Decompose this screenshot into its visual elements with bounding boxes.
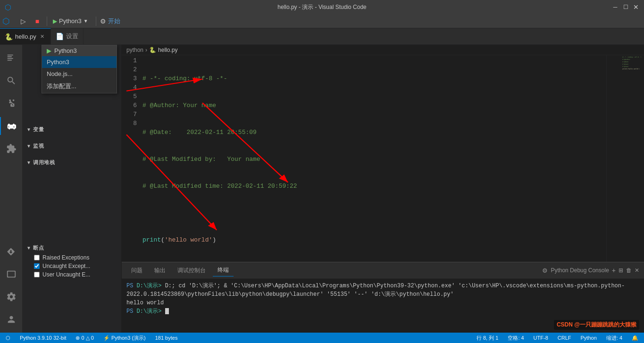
- status-right: 行 8, 列 1 空格: 4 UTF-8 CRLF Python 缩进: 4 🔔: [475, 335, 640, 342]
- status-indent[interactable]: 缩进: 4: [604, 335, 624, 342]
- code-line-7: print('hello world'): [141, 235, 606, 244]
- breadcrumb: python › 🐍hello.py: [122, 45, 644, 55]
- run-icon: ▶: [47, 47, 51, 54]
- window-title: hello.py - 演示 - Visual Studio Code: [277, 3, 367, 11]
- debug-config-python3[interactable]: Python3: [42, 56, 117, 68]
- debug-config-selector[interactable]: ▶ Python3 ▼: [49, 17, 92, 25]
- activity-bottom-group: [0, 240, 23, 331]
- start-label: 开始: [108, 17, 120, 25]
- terminal-tab-problems[interactable]: 问题: [126, 265, 147, 276]
- activity-search[interactable]: [0, 69, 23, 92]
- line-numbers: 1 2 3 4 5 6 7 8: [122, 55, 141, 262]
- status-remote[interactable]: ⬡: [4, 335, 12, 341]
- debug-config-add[interactable]: 添加配置...: [42, 80, 117, 93]
- watch-label: 监视: [33, 142, 44, 150]
- status-python-version[interactable]: Python 3.9.10 32-bit: [18, 335, 68, 341]
- terminal-content[interactable]: PS D:\演示> D:; cd 'D:\演示'; & 'C:\Users\HP…: [122, 279, 644, 333]
- tab-hello-py[interactable]: 🐍 hello.py ✕: [0, 28, 51, 44]
- breakpoint-user-uncaught: User Uncaught E...: [23, 270, 121, 279]
- terminal-tabs: 问题 输出 调试控制台 终端 ⚙ Python Debug Console + …: [122, 262, 644, 279]
- minimap-content: # -*- coding: utf-8 -*- # @Author # @Dat…: [622, 56, 642, 70]
- terminal-close-button[interactable]: ✕: [635, 267, 639, 274]
- minimap: # -*- coding: utf-8 -*- # @Author # @Dat…: [606, 55, 644, 262]
- terminal-tab-right: ⚙ Python Debug Console + ⊞ 🗑 ✕: [542, 267, 639, 274]
- status-left: ⬡ Python 3.9.10 32-bit ⊗ 0 △ 0 ⚡ Python3…: [4, 335, 179, 342]
- terminal-tab-output[interactable]: 输出: [150, 265, 170, 276]
- terminal-console-label: Python Debug Console: [551, 267, 609, 274]
- chevron-breakpoints-icon: ▼: [26, 245, 31, 251]
- status-notifications[interactable]: 🔔: [630, 335, 640, 341]
- separator2: [96, 17, 96, 26]
- debug-config-dropdown[interactable]: ▶ Python3 Python3 Node.js... 添加配置...: [42, 45, 117, 93]
- minimize-button[interactable]: ─: [612, 4, 619, 10]
- status-debug-config[interactable]: ⚡ Python3 (演示): [101, 335, 148, 342]
- status-eol[interactable]: CRLF: [556, 335, 573, 341]
- terminal-tab-terminal[interactable]: 终端: [213, 264, 234, 276]
- activity-remote[interactable]: [0, 263, 23, 285]
- debug-config-nodejs[interactable]: Node.js...: [42, 68, 117, 80]
- breadcrumb-python[interactable]: python: [126, 47, 143, 53]
- code-line-2: # @Author: Your name: [141, 101, 606, 110]
- activity-extensions[interactable]: [0, 137, 23, 160]
- activity-account[interactable]: [0, 308, 23, 331]
- uncaught-exceptions-checkbox[interactable]: [34, 263, 40, 269]
- breakpoints-header[interactable]: ▼ 断点: [23, 243, 121, 253]
- code-editor[interactable]: 1 2 3 4 5 6 7 8 # -*- coding: utf-8 -*- …: [122, 55, 644, 262]
- watch-header[interactable]: ▼ 监视: [23, 141, 121, 151]
- breadcrumb-file[interactable]: 🐍hello.py: [149, 47, 177, 53]
- terminal-split-button[interactable]: ⊞: [619, 267, 623, 274]
- debug-continue-button[interactable]: ▷: [17, 15, 30, 28]
- activity-source-control[interactable]: [0, 92, 23, 115]
- terminal-panel: 问题 输出 调试控制台 终端 ⚙ Python Debug Console + …: [122, 262, 644, 333]
- activity-run-debug[interactable]: [0, 115, 23, 137]
- status-language[interactable]: Python: [579, 335, 599, 341]
- callstack-header[interactable]: ▼ 调用堆栈: [23, 157, 121, 168]
- terminal-trash-button[interactable]: 🗑: [626, 267, 632, 274]
- tab-settings[interactable]: 📄 设置: [51, 28, 84, 44]
- sidebar: ▶ Python3 Python3 Node.js... 添加配置... ▼ 变…: [23, 45, 122, 333]
- debug-config-header: ▶ Python3: [42, 45, 117, 56]
- code-content[interactable]: # -*- coding: utf-8 -*- # @Author: Your …: [141, 55, 606, 262]
- terminal-ps-label2: PS: [126, 308, 137, 315]
- uncaught-exceptions-label: Uncaught Except...: [42, 263, 90, 269]
- debug-config-label: Python3: [59, 17, 82, 25]
- watch-section: ▼ 监视: [23, 139, 121, 153]
- breakpoints-label: 断点: [33, 244, 44, 251]
- activity-bar: [0, 45, 23, 333]
- breakpoint-raised: Raised Exceptions: [23, 253, 121, 262]
- title-bar: ⬡ hello.py - 演示 - Visual Studio Code ─ ☐…: [0, 0, 644, 14]
- settings-file-icon: 📄: [56, 33, 64, 40]
- play-icon: ▶: [53, 18, 57, 25]
- status-spaces[interactable]: 空格: 4: [506, 335, 526, 342]
- code-line-6: [141, 209, 606, 218]
- user-uncaught-label: User Uncaught E...: [42, 271, 90, 278]
- code-line-5: # @Last Modified time: 2022-02-11 20:59:…: [141, 182, 606, 191]
- maximize-button[interactable]: ☐: [622, 4, 629, 10]
- terminal-cwd: D:\演示>: [137, 283, 165, 289]
- main-layout: ▶ Python3 Python3 Node.js... 添加配置... ▼ 变…: [0, 45, 644, 333]
- raised-exceptions-checkbox[interactable]: [34, 255, 40, 260]
- tab-settings-label: 设置: [66, 32, 78, 41]
- variables-label: 变量: [33, 126, 44, 133]
- code-line-4: # @Last Modified by: Your name: [141, 155, 606, 164]
- breadcrumb-sep1: ›: [145, 47, 147, 53]
- vscode-icon: ⬡: [2, 16, 10, 26]
- tab-close-button[interactable]: ✕: [39, 33, 46, 40]
- code-line-1: # -*- coding: utf-8 -*-: [141, 74, 606, 83]
- status-cursor-pos[interactable]: 行 8, 列 1: [475, 335, 500, 342]
- terminal-tab-debug-console[interactable]: 调试控制台: [173, 265, 210, 276]
- debug-run-toolbar: ▷ ■: [17, 15, 49, 28]
- status-errors[interactable]: ⊗ 0 △ 0: [74, 335, 95, 341]
- status-encoding[interactable]: UTF-8: [532, 335, 550, 341]
- status-filesize[interactable]: 181 bytes: [153, 335, 180, 341]
- terminal-add-button[interactable]: +: [612, 267, 616, 274]
- debug-stop-button[interactable]: ■: [31, 15, 44, 28]
- debug-config-selected: Python3: [54, 47, 77, 54]
- activity-testing[interactable]: [0, 240, 23, 263]
- variables-header[interactable]: ▼ 变量: [23, 124, 121, 135]
- activity-settings[interactable]: [0, 285, 23, 308]
- user-uncaught-checkbox[interactable]: [34, 272, 40, 277]
- close-button[interactable]: ✕: [633, 4, 639, 10]
- breakpoint-uncaught: Uncaught Except...: [23, 262, 121, 270]
- activity-explorer[interactable]: [0, 47, 23, 69]
